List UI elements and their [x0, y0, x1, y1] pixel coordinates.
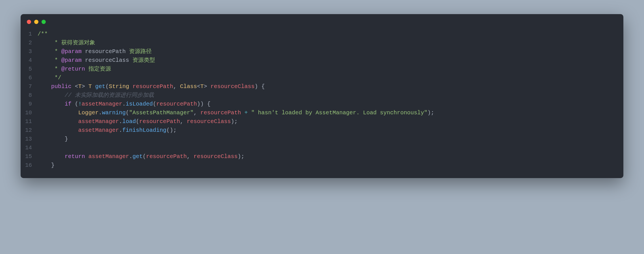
code-area[interactable]: 12345678910111213141516 /** * 获得资源对象 * @… — [21, 27, 623, 178]
code-token — [82, 48, 85, 55]
code-token: resourcePath — [139, 118, 180, 125]
code-token: 资源类型 — [129, 57, 155, 64]
code-token: Class — [180, 83, 197, 90]
code-token: . — [122, 101, 126, 107]
code-token: ; — [431, 110, 434, 116]
code-token — [92, 83, 95, 90]
code-token: warning — [102, 110, 126, 116]
code-token: () — [166, 127, 173, 133]
code-token: if — [65, 101, 71, 107]
code-token: )) — [197, 101, 204, 107]
code-line[interactable]: */ — [38, 73, 623, 82]
line-number-gutter: 12345678910111213141516 — [21, 30, 38, 170]
line-number: 3 — [24, 47, 32, 56]
code-token: , — [180, 118, 187, 125]
code-token: ; — [173, 127, 177, 133]
code-token: ) — [254, 83, 258, 90]
code-token: @param — [61, 57, 82, 64]
code-token: ( — [143, 153, 146, 160]
minimize-icon[interactable] — [34, 20, 38, 24]
code-token: ( — [153, 101, 156, 107]
code-line[interactable]: assetManager.load(resourcePath, resource… — [38, 117, 623, 126]
code-token: @param — [61, 48, 82, 55]
code-token — [85, 153, 88, 160]
code-token: resourcePath — [200, 110, 241, 116]
code-token: return — [65, 153, 85, 160]
code-token: ( — [71, 101, 78, 107]
code-token: ; — [241, 153, 244, 160]
editor-window: 12345678910111213141516 /** * 获得资源对象 * @… — [21, 14, 623, 178]
code-token: . — [99, 110, 102, 116]
code-token: " hasn't loaded by AssetManager. Load sy… — [251, 110, 427, 116]
code-line[interactable]: * @param resourcePath 资源路径 — [38, 47, 623, 56]
code-token: resourcePath — [85, 48, 126, 55]
code-token: resourcePath — [146, 153, 187, 160]
code-token — [248, 110, 251, 116]
maximize-icon[interactable] — [42, 20, 46, 24]
code-line[interactable]: assetManager.finishLoading(); — [38, 126, 623, 135]
code-line[interactable]: } — [38, 135, 623, 143]
code-token: ) — [427, 110, 431, 116]
code-token: resourcePath — [132, 83, 173, 90]
code-token — [38, 83, 51, 90]
code-line[interactable]: return assetManager.get(resourcePath, re… — [38, 152, 623, 161]
code-line[interactable]: if (!assetManager.isLoaded(resourcePath)… — [38, 100, 623, 108]
code-token: resourcePath — [156, 101, 197, 107]
code-token — [241, 110, 244, 116]
code-token: ; — [234, 118, 238, 125]
titlebar — [21, 14, 623, 27]
line-number: 6 — [24, 73, 32, 82]
code-token: * — [38, 57, 61, 64]
code-token: . — [119, 118, 122, 125]
code-token: String — [109, 83, 129, 90]
code-token: resourceClass — [187, 118, 231, 125]
close-icon[interactable] — [27, 20, 31, 24]
code-line[interactable]: * @return 指定资源 — [38, 65, 623, 73]
line-number: 16 — [24, 161, 32, 170]
code-content[interactable]: /** * 获得资源对象 * @param resourcePath 资源路径 … — [38, 30, 623, 170]
code-token: { — [258, 83, 265, 90]
code-token: T — [88, 83, 92, 90]
code-token: assetManager — [82, 101, 122, 107]
code-token: /** — [38, 31, 48, 37]
code-token — [38, 153, 65, 160]
code-token — [38, 101, 65, 107]
code-token — [129, 83, 132, 90]
code-token: > — [82, 83, 88, 90]
code-line[interactable]: public <T> T get(String resourcePath, Cl… — [38, 82, 623, 91]
line-number: 14 — [24, 143, 32, 152]
line-number: 15 — [24, 152, 32, 161]
code-token: // 未实际加载的资源进行同步加载 — [65, 92, 154, 98]
code-token: } — [38, 162, 55, 168]
code-token: finishLoading — [122, 127, 166, 133]
code-line[interactable]: * 获得资源对象 — [38, 38, 623, 47]
code-token: assetManager — [88, 153, 129, 160]
code-line[interactable]: // 未实际加载的资源进行同步加载 — [38, 91, 623, 100]
code-token: ! — [78, 101, 82, 107]
code-token: . — [129, 153, 132, 160]
code-token: < — [197, 83, 200, 90]
code-token: * — [38, 66, 61, 72]
code-line[interactable]: } — [38, 161, 623, 170]
code-token: @return — [61, 66, 85, 72]
code-token: 资源路径 — [126, 48, 152, 55]
code-token: */ — [38, 75, 61, 81]
code-token: * — [38, 48, 61, 55]
code-line[interactable]: Logger.warning("AssetsPathManager", reso… — [38, 108, 623, 117]
line-number: 11 — [24, 117, 32, 126]
code-token: < — [71, 83, 78, 90]
code-line[interactable] — [38, 143, 623, 152]
line-number: 9 — [24, 100, 32, 108]
code-line[interactable]: * @param resourceClass 资源类型 — [38, 56, 623, 65]
code-token — [38, 110, 78, 116]
line-number: 7 — [24, 82, 32, 91]
code-token — [38, 127, 78, 133]
code-token: ) — [238, 153, 241, 160]
code-line[interactable]: /** — [38, 30, 623, 38]
line-number: 8 — [24, 91, 32, 100]
code-token: load — [122, 118, 136, 125]
code-token: * 获得资源对象 — [38, 40, 95, 46]
line-number: 2 — [24, 38, 32, 47]
code-token: T — [200, 83, 204, 90]
code-token: public — [51, 83, 71, 90]
